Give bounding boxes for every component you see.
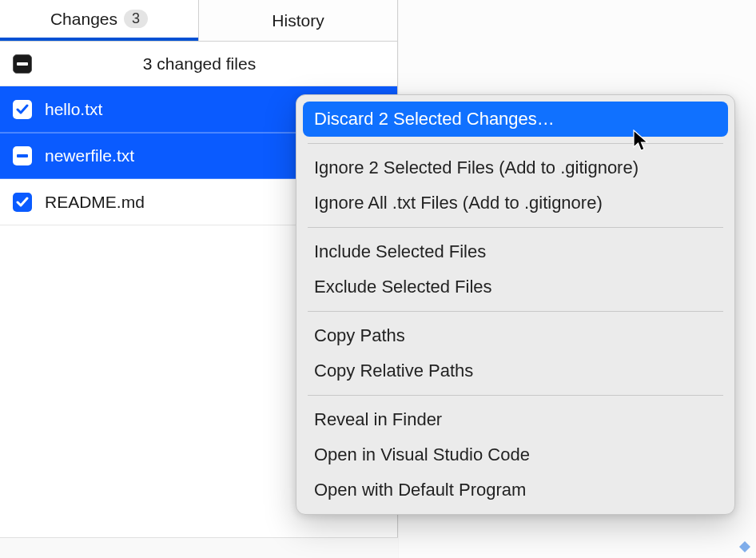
menu-exclude-selected[interactable]: Exclude Selected Files <box>303 269 728 305</box>
tab-changes[interactable]: Changes 3 <box>0 0 198 41</box>
menu-separator <box>308 227 723 228</box>
sidebar-footer <box>0 537 398 558</box>
menu-separator <box>308 143 723 144</box>
menu-separator <box>308 311 723 312</box>
svg-rect-1 <box>17 154 28 157</box>
file-checkbox[interactable] <box>13 193 32 212</box>
file-checkbox[interactable] <box>13 146 32 165</box>
menu-copy-paths[interactable]: Copy Paths <box>303 318 728 353</box>
menu-ignore-extension[interactable]: Ignore All .txt Files (Add to .gitignore… <box>303 185 728 221</box>
tab-history-label: History <box>272 11 324 30</box>
menu-separator <box>308 395 723 396</box>
tab-bar: Changes 3 History <box>0 0 397 42</box>
menu-copy-relative-paths[interactable]: Copy Relative Paths <box>303 353 728 389</box>
summary-text: 3 changed files <box>14 54 384 74</box>
context-menu: Discard 2 Selected Changes… Ignore 2 Sel… <box>296 94 735 515</box>
menu-include-selected[interactable]: Include Selected Files <box>303 234 728 269</box>
menu-reveal-finder[interactable]: Reveal in Finder <box>303 402 728 437</box>
menu-discard-changes[interactable]: Discard 2 Selected Changes… <box>303 102 728 137</box>
tab-changes-badge: 3 <box>124 10 148 28</box>
file-checkbox[interactable] <box>13 100 32 119</box>
menu-open-vscode[interactable]: Open in Visual Studio Code <box>303 437 728 472</box>
menu-open-default[interactable]: Open with Default Program <box>303 472 728 508</box>
menu-ignore-selected[interactable]: Ignore 2 Selected Files (Add to .gitigno… <box>303 150 728 185</box>
tab-history[interactable]: History <box>198 0 397 41</box>
diff-resize-icon <box>738 540 751 553</box>
tab-changes-label: Changes <box>50 10 117 29</box>
summary-row: 3 changed files <box>0 42 397 86</box>
